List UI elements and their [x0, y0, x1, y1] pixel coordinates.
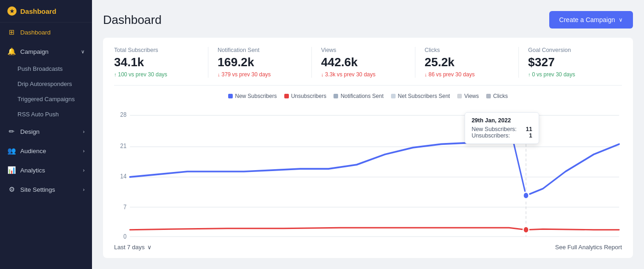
legend-notifications-sent: Notifications Sent: [334, 93, 383, 99]
change-period-3: vs prev 30 days: [337, 71, 375, 78]
sidebar-item-drip-autoresponders[interactable]: Drip Autoresponders: [0, 76, 92, 92]
sidebar-item-dashboard[interactable]: ⊞ Dashboard: [0, 23, 92, 42]
svg-point-11: [523, 192, 529, 199]
legend-new-subscribers: New Subscribers: [228, 93, 277, 99]
sidebar-item-design-label: Design: [20, 128, 40, 135]
stat-total-subscribers-value: 34.1k: [114, 55, 199, 69]
chevron-down-icon: ∨: [81, 49, 85, 55]
sidebar-item-site-settings[interactable]: ⚙ Site Settings ›: [0, 180, 92, 199]
arrow-up-icon-2: ↑: [528, 72, 531, 77]
sidebar-item-campaign-label: Campaign: [20, 48, 49, 55]
time-range-button[interactable]: Last 7 days ∨: [114, 244, 152, 251]
arrow-down-icon-2: ↓: [321, 72, 324, 77]
chevron-right-icon: ›: [83, 129, 85, 134]
stat-total-subscribers: Total Subscribers 34.1k ↑ 100 vs prev 30…: [114, 47, 208, 78]
legend-dot-new-subscribers: [228, 94, 233, 98]
page-title: Dashboard: [103, 13, 161, 27]
stat-views: Views 442.6k ↓ 3.3k vs prev 30 days: [311, 47, 415, 78]
legend-label-notifications-sent: Notifications Sent: [340, 93, 383, 99]
legend-label-clicks: Clicks: [493, 93, 508, 99]
change-period-5: vs prev 30 days: [536, 71, 575, 78]
stat-total-subscribers-label: Total Subscribers: [114, 47, 199, 53]
chart-svg: 0 7 14 21 28: [114, 103, 622, 240]
stat-notification-sent-value: 169.2k: [218, 55, 302, 69]
analytics-link[interactable]: See Full Analytics Report: [555, 244, 622, 251]
change-value-5: 0: [532, 71, 535, 78]
rss-auto-push-label: RSS Auto Push: [17, 111, 59, 118]
stat-notification-sent-label: Notification Sent: [218, 47, 302, 53]
change-period-2: vs prev 30 days: [232, 71, 271, 78]
stat-clicks-label: Clicks: [425, 47, 509, 53]
chevron-right-icon-3: ›: [83, 167, 85, 173]
sidebar-item-audience-label: Audience: [20, 148, 46, 155]
sidebar-logo[interactable]: ★ Dashboard: [0, 0, 92, 23]
stats-row: Total Subscribers 34.1k ↑ 100 vs prev 30…: [114, 47, 622, 86]
analytics-icon: 📊: [7, 166, 16, 174]
stat-goal-conversion: Goal Conversion $327 ↑ 0 vs prev 30 days: [518, 47, 622, 78]
sidebar-logo-text: Dashboard: [20, 7, 56, 15]
sidebar: ★ Dashboard ⊞ Dashboard 🔔 Campaign ∨ Pus…: [0, 0, 92, 269]
sidebar-item-analytics-label: Analytics: [20, 167, 45, 174]
svg-text:7: 7: [123, 203, 126, 211]
svg-text:14: 14: [120, 172, 126, 180]
legend-dot-unsubscribers: [284, 94, 289, 98]
legend-label-views: Views: [464, 93, 479, 99]
legend-unsubscribers: Unsubscribers: [284, 93, 327, 99]
create-chevron-icon: ∨: [619, 17, 623, 23]
change-value-3: 3.3k: [325, 71, 336, 78]
sidebar-item-push-broadcasts[interactable]: Push Broadcasts: [0, 61, 92, 76]
svg-text:21: 21: [120, 142, 126, 149]
svg-text:0: 0: [123, 233, 126, 240]
svg-point-12: [523, 226, 529, 233]
campaign-icon: 🔔: [7, 47, 16, 56]
stat-goal-conversion-value: $327: [528, 55, 613, 69]
legend-clicks: Clicks: [486, 93, 508, 99]
chart-footer: Last 7 days ∨ See Full Analytics Report: [114, 244, 622, 251]
page-header: Dashboard Create a Campaign ∨: [103, 11, 633, 29]
sidebar-item-triggered-campaigns[interactable]: Triggered Campaigns: [0, 92, 92, 107]
settings-icon: ⚙: [7, 185, 16, 194]
legend-label-unsubscribers: Unsubscribers: [291, 93, 327, 99]
stat-goal-conversion-label: Goal Conversion: [528, 47, 613, 53]
stat-notification-sent: Notification Sent 169.2k ↓ 379 vs prev 3…: [208, 47, 311, 78]
stat-views-change: ↓ 3.3k vs prev 30 days: [321, 71, 406, 78]
sidebar-item-campaign[interactable]: 🔔 Campaign ∨: [0, 42, 92, 61]
legend-views: Views: [457, 93, 479, 99]
sidebar-item-rss-auto-push[interactable]: RSS Auto Push: [0, 107, 92, 122]
stat-total-subscribers-change: ↑ 100 vs prev 30 days: [114, 71, 199, 78]
stat-goal-conversion-change: ↑ 0 vs prev 30 days: [528, 71, 613, 78]
main-content: Dashboard Create a Campaign ∨ Total Subs…: [92, 0, 644, 269]
dashboard-card: Total Subscribers 34.1k ↑ 100 vs prev 30…: [103, 38, 633, 258]
sidebar-item-design[interactable]: ✏ Design ›: [0, 122, 92, 141]
svg-text:28: 28: [120, 111, 126, 118]
design-icon: ✏: [7, 127, 16, 136]
stat-clicks-value: 25.2k: [425, 55, 509, 69]
legend-net-subscribers: Net Subscribers Sent: [391, 93, 450, 99]
change-value-4: 86: [429, 71, 435, 78]
chevron-right-icon-4: ›: [83, 187, 85, 192]
legend-dot-clicks: [486, 94, 491, 98]
sidebar-item-analytics[interactable]: 📊 Analytics ›: [0, 160, 92, 180]
legend-dot-views: [457, 94, 462, 98]
chevron-right-icon-2: ›: [83, 148, 85, 154]
stat-views-label: Views: [321, 47, 406, 53]
push-broadcasts-label: Push Broadcasts: [17, 65, 63, 72]
arrow-down-icon: ↓: [218, 72, 220, 77]
audience-icon: 👥: [7, 147, 16, 155]
logo-icon: ★: [7, 6, 17, 16]
stat-views-value: 442.6k: [321, 55, 406, 69]
stat-clicks-change: ↓ 86 vs prev 30 days: [425, 71, 509, 78]
stat-notification-sent-change: ↓ 379 vs prev 30 days: [218, 71, 302, 78]
change-period: vs prev 30 days: [129, 71, 167, 78]
time-range-label: Last 7 days: [114, 244, 145, 251]
chart-area: 0 7 14 21 28: [114, 103, 622, 240]
sidebar-item-audience[interactable]: 👥 Audience ›: [0, 141, 92, 160]
drip-autoresponders-label: Drip Autoresponders: [17, 80, 72, 87]
dashboard-icon: ⊞: [7, 28, 16, 36]
change-value-2: 379: [222, 71, 231, 78]
create-campaign-button[interactable]: Create a Campaign ∨: [549, 11, 633, 29]
legend-label-new-subscribers: New Subscribers: [235, 93, 277, 99]
change-value: 100: [118, 71, 127, 78]
arrow-up-icon: ↑: [114, 72, 117, 77]
legend-dot-net-subscribers: [391, 94, 396, 98]
